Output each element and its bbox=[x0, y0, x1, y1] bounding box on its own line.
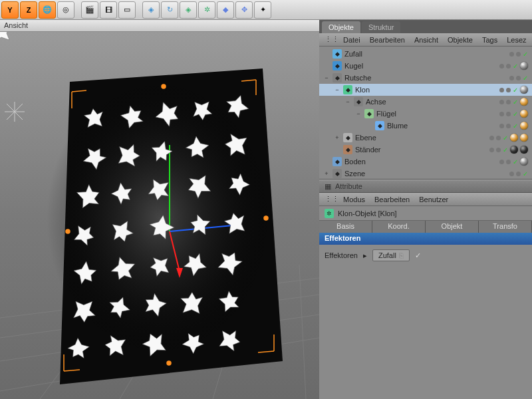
material-tag[interactable] bbox=[520, 98, 528, 106]
tree-row-boden[interactable]: ◆ Boden ✓ bbox=[319, 156, 532, 168]
material-tag[interactable] bbox=[520, 134, 528, 142]
material-tag[interactable] bbox=[520, 62, 528, 70]
render-dot[interactable] bbox=[516, 76, 521, 80]
viewport-canvas[interactable] bbox=[0, 32, 319, 399]
enable-check-icon[interactable]: ✓ bbox=[523, 51, 528, 58]
mograph-button[interactable]: ✲ bbox=[198, 1, 215, 19]
deformer-button[interactable]: ◆ bbox=[217, 1, 234, 19]
menu-bearbeiten2[interactable]: Bearbeiten bbox=[374, 196, 410, 203]
render-dot[interactable] bbox=[516, 172, 521, 176]
tab-transfo[interactable]: Transfo bbox=[479, 221, 532, 233]
object-tree[interactable]: ◆ Zufall ✓ ◆ Kugel ✓ − ◆ Rutsche ✓ − ◆ K… bbox=[319, 47, 532, 180]
tree-row-flügel[interactable]: − ◆ Flügel ✓ bbox=[319, 108, 532, 120]
tree-row-rutsche[interactable]: − ◆ Rutsche ✓ bbox=[319, 72, 532, 84]
tab-struktur[interactable]: Struktur bbox=[362, 21, 401, 33]
render-dot[interactable] bbox=[496, 148, 501, 152]
visibility-dot[interactable] bbox=[509, 172, 514, 176]
render-button[interactable]: ▭ bbox=[118, 1, 136, 19]
visibility-dot[interactable] bbox=[499, 160, 504, 164]
target-button[interactable]: ◎ bbox=[57, 1, 74, 19]
enable-check-icon[interactable]: ✓ bbox=[523, 170, 528, 178]
visibility-dot[interactable] bbox=[499, 112, 504, 116]
material-tag[interactable] bbox=[520, 86, 528, 94]
render-dot[interactable] bbox=[506, 88, 511, 92]
tree-row-zufall[interactable]: ◆ Zufall ✓ bbox=[319, 48, 532, 60]
tab-objekt[interactable]: Objekt bbox=[426, 221, 479, 233]
expand-icon[interactable]: + bbox=[323, 170, 330, 177]
expand-button[interactable]: ✥ bbox=[235, 1, 253, 19]
render-dot[interactable] bbox=[506, 124, 511, 128]
enable-check-icon[interactable]: ✓ bbox=[513, 110, 518, 118]
selected-object-row: ✲ Klon-Objekt [Klon] bbox=[319, 206, 532, 221]
render-dot[interactable] bbox=[496, 136, 501, 140]
enable-check-icon[interactable]: ✓ bbox=[513, 63, 518, 70]
primitive-button[interactable]: ◈ bbox=[142, 1, 160, 19]
visibility-dot[interactable] bbox=[499, 124, 504, 128]
generator-button[interactable]: ◈ bbox=[180, 1, 197, 19]
expand-icon[interactable]: − bbox=[323, 74, 330, 81]
visibility-dot[interactable] bbox=[499, 64, 504, 68]
menu-bearbeiten[interactable]: Bearbeiten bbox=[370, 36, 405, 44]
material-tag[interactable] bbox=[520, 110, 528, 118]
menu-tags[interactable]: Tags bbox=[482, 36, 497, 44]
tree-row-szene[interactable]: + ◆ Szene ✓ bbox=[319, 168, 532, 180]
tree-label: Boden bbox=[344, 158, 366, 166]
expand-icon[interactable]: − bbox=[355, 110, 362, 117]
tree-row-blume[interactable]: ◆ Blume ✓ bbox=[319, 120, 532, 132]
tree-label: Zufall bbox=[344, 50, 362, 58]
render-dot[interactable] bbox=[506, 100, 511, 104]
expand-icon[interactable]: − bbox=[344, 98, 351, 105]
visibility-dot[interactable] bbox=[489, 136, 494, 140]
menu-datei[interactable]: Datei bbox=[343, 36, 360, 44]
menu-objekte[interactable]: Objekte bbox=[448, 36, 473, 44]
tree-row-kugel[interactable]: ◆ Kugel ✓ bbox=[319, 60, 532, 72]
tab-koord[interactable]: Koord. bbox=[372, 221, 426, 233]
object-icon: ◆ bbox=[343, 85, 352, 94]
menu-benutzer[interactable]: Benutzer bbox=[419, 196, 448, 203]
expand-icon[interactable]: − bbox=[334, 86, 340, 93]
render-dot[interactable] bbox=[506, 112, 511, 116]
render-dot[interactable] bbox=[506, 64, 511, 68]
render-dot[interactable] bbox=[506, 160, 511, 164]
material-tag[interactable] bbox=[520, 158, 528, 166]
enable-check-icon[interactable]: ✓ bbox=[523, 74, 528, 82]
expand-icon[interactable]: + bbox=[334, 134, 340, 141]
svg-line-7 bbox=[299, 265, 306, 399]
enable-check-icon[interactable]: ✓ bbox=[503, 134, 508, 142]
menu-modus[interactable]: Modus bbox=[343, 196, 365, 203]
axis-z-button[interactable]: Z bbox=[20, 1, 37, 19]
tree-row-ebene[interactable]: + ◆ Ebene ✓ bbox=[319, 132, 532, 144]
tree-row-ständer[interactable]: ◆ Ständer ✓ bbox=[319, 144, 532, 156]
globe-button[interactable]: 🌐 bbox=[39, 1, 56, 19]
enable-check-icon[interactable]: ✓ bbox=[513, 122, 518, 130]
tree-row-klon[interactable]: − ◆ Klon ✓ bbox=[319, 84, 532, 96]
visibility-dot[interactable] bbox=[509, 76, 514, 80]
visibility-dot[interactable] bbox=[489, 148, 494, 152]
tree-label: Flügel bbox=[376, 110, 396, 118]
check-icon[interactable]: ✓ bbox=[415, 251, 421, 260]
tab-basis[interactable]: Basis bbox=[319, 221, 372, 233]
effector-link-field[interactable]: Zufall ⎘ bbox=[372, 249, 410, 261]
enable-check-icon[interactable]: ✓ bbox=[503, 146, 508, 154]
enable-check-icon[interactable]: ✓ bbox=[513, 86, 518, 94]
clapper-button[interactable]: 🎬 bbox=[81, 1, 98, 19]
material-tag[interactable] bbox=[510, 134, 518, 142]
material-tag[interactable] bbox=[510, 146, 518, 154]
reload-button[interactable]: ↻ bbox=[161, 1, 178, 19]
tab-objekte[interactable]: Objekte bbox=[322, 21, 360, 33]
render-dot[interactable] bbox=[516, 52, 521, 57]
tree-row-achse[interactable]: − ◆ Achse ✓ bbox=[319, 96, 532, 108]
material-tag[interactable] bbox=[520, 122, 528, 130]
visibility-dot[interactable] bbox=[509, 52, 514, 57]
axis-y-button[interactable]: Y bbox=[1, 1, 19, 19]
enable-check-icon[interactable]: ✓ bbox=[513, 98, 518, 106]
scene-button[interactable]: ✦ bbox=[254, 1, 271, 19]
menu-lesez[interactable]: Lesez bbox=[507, 36, 526, 44]
visibility-dot[interactable] bbox=[499, 100, 504, 104]
visibility-dot[interactable] bbox=[499, 88, 504, 92]
film-button[interactable]: 🎞 bbox=[100, 1, 117, 19]
enable-check-icon[interactable]: ✓ bbox=[513, 158, 518, 166]
tree-label: Rutsche bbox=[344, 74, 371, 82]
material-tag[interactable] bbox=[520, 146, 528, 154]
menu-ansicht[interactable]: Ansicht bbox=[414, 36, 438, 44]
